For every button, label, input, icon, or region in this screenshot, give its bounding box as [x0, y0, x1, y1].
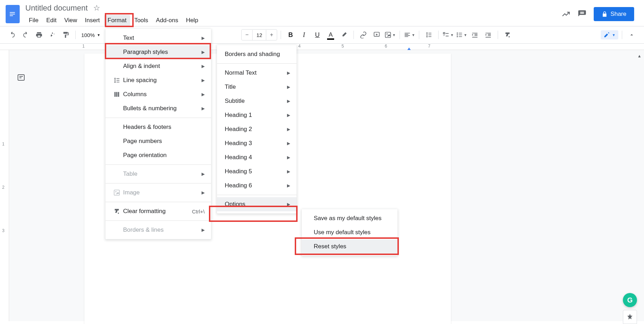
options-save-default[interactable]: Save as my default styles: [302, 211, 397, 225]
insert-image-button[interactable]: ▼: [384, 29, 396, 41]
grammarly-icon[interactable]: G: [623, 293, 637, 307]
format-line-spacing[interactable]: Line spacing▶: [106, 73, 211, 87]
paragraph-heading4[interactable]: Heading 4▶: [217, 150, 297, 164]
paragraph-borders-shading[interactable]: Borders and shading: [217, 47, 297, 61]
bold-button[interactable]: B: [285, 29, 297, 41]
document-title[interactable]: Untitled document: [25, 3, 88, 13]
format-bullets-numbering[interactable]: Bullets & numbering▶: [106, 101, 211, 116]
zoom-select[interactable]: 100% ▼: [79, 32, 102, 38]
highlight-color-button[interactable]: [338, 29, 350, 41]
share-button[interactable]: Share: [594, 7, 634, 21]
print-button[interactable]: [33, 29, 45, 41]
paragraph-heading3[interactable]: Heading 3▶: [217, 136, 297, 150]
star-icon[interactable]: ☆: [93, 4, 100, 13]
options-use-default[interactable]: Use my default styles: [302, 225, 397, 239]
font-size-value[interactable]: 12: [252, 30, 266, 40]
ruler-number: 6: [385, 44, 387, 49]
increase-indent-button[interactable]: [482, 29, 494, 41]
lock-icon: [601, 11, 608, 17]
menu-tools[interactable]: Tools: [131, 15, 152, 26]
separator: [400, 31, 400, 39]
ruler-number: 2: [2, 185, 5, 190]
separator: [217, 63, 297, 64]
svg-rect-1: [10, 14, 15, 14]
insert-link-button[interactable]: [357, 29, 369, 41]
format-headers-footers[interactable]: Headers & footers: [106, 120, 211, 134]
ruler-number: 3: [2, 228, 5, 233]
undo-button[interactable]: [6, 29, 18, 41]
separator: [106, 164, 211, 165]
italic-button[interactable]: I: [298, 29, 310, 41]
decrease-indent-button[interactable]: [469, 29, 481, 41]
text-color-button[interactable]: A: [325, 29, 337, 41]
paint-format-button[interactable]: [60, 29, 72, 41]
paragraph-heading5[interactable]: Heading 5▶: [217, 164, 297, 179]
redo-button[interactable]: [20, 29, 32, 41]
collapse-toolbar-button[interactable]: [626, 29, 638, 41]
separator: [281, 31, 281, 39]
explore-button[interactable]: [623, 310, 637, 324]
menu-edit[interactable]: Edit: [43, 15, 60, 26]
comments-icon[interactable]: [578, 10, 587, 19]
ruler-number: 7: [428, 44, 431, 49]
font-size-decrease[interactable]: −: [242, 30, 252, 40]
menu-file[interactable]: File: [25, 15, 42, 26]
pencil-icon: [604, 32, 610, 38]
separator: [353, 31, 354, 39]
svg-point-13: [115, 191, 116, 192]
document-outline-button[interactable]: [15, 71, 27, 84]
font-size-group: − 12 +: [241, 29, 277, 40]
format-columns[interactable]: Columns▶: [106, 87, 211, 101]
clear-format-icon: [112, 208, 122, 215]
ruler-number: 1: [82, 44, 85, 49]
paragraph-styles-submenu: Borders and shading Normal Text▶ Title▶ …: [217, 45, 297, 213]
align-button[interactable]: ▼: [403, 29, 415, 41]
underline-button[interactable]: U: [311, 29, 323, 41]
scrollbar-up-icon[interactable]: ▲: [636, 54, 643, 58]
format-page-numbers[interactable]: Page numbers: [106, 134, 211, 148]
menu-help[interactable]: Help: [183, 15, 202, 26]
toolbar: 100% ▼ − 12 + B I U A ▼ ▼ ▼ ▼ ▼: [0, 26, 644, 44]
format-paragraph-styles[interactable]: Paragraph styles▶: [106, 45, 211, 59]
menu-view[interactable]: View: [61, 15, 81, 26]
docs-logo-icon[interactable]: [6, 5, 20, 23]
activity-icon[interactable]: [561, 10, 570, 19]
insert-comment-button[interactable]: [371, 29, 383, 41]
format-align-indent[interactable]: Align & indent▶: [106, 59, 211, 73]
vertical-ruler[interactable]: 1 2 3: [0, 50, 9, 321]
paragraph-options[interactable]: Options▶: [217, 197, 297, 211]
separator: [106, 220, 211, 221]
separator: [498, 31, 498, 39]
format-table[interactable]: Table▶: [106, 167, 211, 181]
paragraph-subtitle[interactable]: Subtitle▶: [217, 94, 297, 108]
line-spacing-button[interactable]: [423, 29, 435, 41]
options-reset-styles[interactable]: Reset styles: [302, 239, 397, 254]
menu-insert[interactable]: Insert: [81, 15, 103, 26]
separator: [106, 202, 211, 202]
paragraph-title[interactable]: Title▶: [217, 80, 297, 94]
font-size-increase[interactable]: +: [266, 30, 277, 40]
svg-rect-6: [444, 32, 445, 34]
paragraph-heading6[interactable]: Heading 6▶: [217, 179, 297, 193]
editing-mode-button[interactable]: ▼: [601, 30, 618, 39]
format-page-orientation[interactable]: Page orientation: [106, 148, 211, 162]
menu-addons[interactable]: Add-ons: [152, 15, 181, 26]
bulleted-list-button[interactable]: ▼: [455, 29, 467, 41]
format-borders-lines[interactable]: Borders & lines▶: [106, 223, 211, 237]
menubar: File Edit View Insert Format Tools Add-o…: [25, 15, 561, 26]
ruler-number: 5: [342, 44, 344, 49]
horizontal-ruler[interactable]: 1 4 5 6 7: [0, 44, 644, 50]
paragraph-normal-text[interactable]: Normal Text▶: [217, 66, 297, 80]
menu-format[interactable]: Format: [104, 15, 130, 26]
svg-rect-0: [10, 12, 15, 13]
paragraph-heading1[interactable]: Heading 1▶: [217, 108, 297, 122]
format-clear-formatting[interactable]: Clear formattingCtrl+\: [106, 204, 211, 218]
format-text[interactable]: Text▶: [106, 31, 211, 45]
separator: [438, 31, 439, 39]
checklist-button[interactable]: ▼: [442, 29, 454, 41]
clear-formatting-button[interactable]: [502, 29, 514, 41]
format-image[interactable]: Image▶: [106, 186, 211, 200]
spellcheck-button[interactable]: [46, 29, 58, 41]
svg-rect-12: [114, 190, 120, 195]
paragraph-heading2[interactable]: Heading 2▶: [217, 122, 297, 136]
